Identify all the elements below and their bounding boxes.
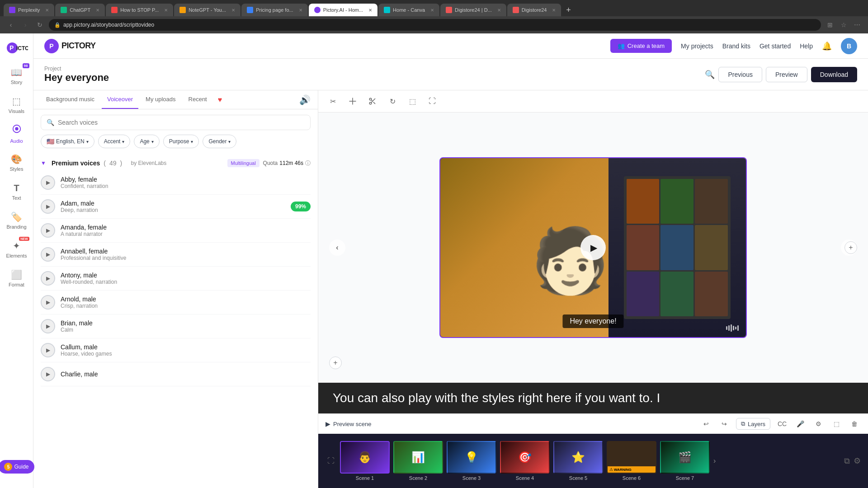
tab-digistore1[interactable]: Digistore24 | D... ✕ [440, 4, 506, 16]
redo-button[interactable]: ↪ [718, 418, 731, 430]
sidebar-item-story[interactable]: 📖 Story 98 [3, 62, 30, 89]
add-scene-left-button[interactable]: + [329, 357, 342, 369]
sidebar-item-branding[interactable]: 🏷️ Branding [3, 207, 30, 234]
tab-perplexity[interactable]: Perplexity ✕ [4, 4, 54, 16]
preview-play-icon: ▶ [326, 420, 330, 427]
play-button-callum[interactable]: ▶ [41, 343, 55, 357]
play-button-antony[interactable]: ▶ [41, 271, 55, 286]
svg-text:P: P [9, 44, 14, 52]
tab-recent[interactable]: Recent [183, 90, 212, 109]
tab-pricing[interactable]: Pricing page fo... ✕ [241, 4, 308, 16]
tab-voiceover[interactable]: Voiceover [102, 90, 138, 109]
forward-button[interactable]: › [20, 19, 31, 30]
sidebar-item-format[interactable]: ⬜ Format [3, 265, 30, 292]
tab-my-uploads[interactable]: My uploads [140, 90, 181, 109]
play-button-amanda[interactable]: ▶ [41, 223, 55, 238]
video-prev-button[interactable]: ‹ [329, 239, 345, 256]
help-link[interactable]: Help [800, 42, 813, 50]
tab-digistore2[interactable]: Digistore24 ✕ [507, 4, 561, 16]
sidebar-item-elements[interactable]: ✦ Elements NEW [3, 236, 30, 263]
delete-icon[interactable]: 🗑 [848, 418, 861, 430]
play-button-annabell[interactable]: ▶ [41, 247, 55, 262]
gender-filter[interactable]: Gender ▾ [203, 135, 236, 148]
tab-pictory[interactable]: Pictory.AI - Hom... ✕ [309, 4, 377, 16]
audio-settings-icon[interactable]: 🔊 [299, 94, 311, 105]
extensions-icon[interactable]: ⊞ [825, 19, 835, 30]
previous-button[interactable]: Previous [718, 67, 762, 82]
settings-icon[interactable]: ⋯ [852, 19, 863, 30]
accent-filter[interactable]: Accent ▾ [98, 135, 131, 148]
search-icon: 🔍 [47, 119, 54, 126]
scene-thumb-6[interactable]: ⚠WARNING Scene 6 [607, 441, 656, 481]
purpose-filter[interactable]: Purpose ▾ [163, 135, 199, 148]
add-scene-right-button[interactable]: + [844, 241, 857, 254]
preview-button[interactable]: Preview [766, 67, 807, 82]
brand-kits-link[interactable]: Brand kits [722, 42, 750, 50]
waveform-icon [726, 324, 741, 333]
create-team-button[interactable]: 👥 Create a team [610, 39, 672, 53]
play-button-brian[interactable]: ▶ [41, 319, 55, 333]
play-button-charlie[interactable]: ▶ [41, 367, 55, 381]
tab-chatgpt[interactable]: ChatGPT ✕ [55, 4, 105, 16]
timeline-layers-icon[interactable]: ⧉ [844, 456, 850, 466]
address-bar[interactable]: 🔒 app.pictory.ai/storyboard/scripttovide… [49, 19, 821, 31]
download-button[interactable]: Download [811, 67, 857, 82]
voice-item-callum: ▶ Callum, male Hoarse, video games [41, 338, 311, 362]
timeline-settings-icon[interactable]: ⚙ [854, 456, 861, 466]
collapse-button[interactable]: ▼ [41, 160, 46, 166]
preview-scene-button[interactable]: ▶ Preview scene [326, 420, 372, 427]
sidebar-item-visuals[interactable]: ⬚ Visuals [3, 91, 30, 118]
caption-icon[interactable]: CC [776, 418, 788, 430]
new-tab-button[interactable]: + [562, 4, 575, 16]
age-filter[interactable]: Age ▾ [134, 135, 159, 148]
scene-thumb-4[interactable]: 🎯 Scene 4 [500, 441, 550, 481]
scissors-tool[interactable] [365, 94, 380, 108]
expand-tool[interactable]: ⛶ [425, 94, 439, 108]
play-button-arnold[interactable]: ▶ [41, 295, 55, 310]
favorites-heart-icon[interactable]: ♥ [218, 96, 222, 104]
play-button-adam[interactable]: ▶ [41, 199, 55, 214]
tab-canva[interactable]: Home - Canva ✕ [378, 4, 439, 16]
video-toolbar: ✂ ↻ ⬚ ⛶ [318, 90, 868, 113]
scene-thumb-1[interactable]: 👨 Scene 1 [340, 441, 390, 481]
microphone-icon[interactable]: 🎤 [794, 418, 807, 430]
guide-button[interactable]: 5 Guide [0, 460, 34, 474]
language-filter[interactable]: 🇺🇸 English, EN ▾ [41, 135, 94, 148]
layers-button[interactable]: ⧉ Layers [736, 418, 770, 430]
sidebar-item-audio[interactable]: Audio [3, 120, 30, 147]
purpose-chevron-icon: ▾ [191, 139, 193, 144]
pictory-logo[interactable]: P PICTORY [44, 39, 96, 53]
search-button[interactable]: 🔍 [705, 70, 715, 80]
scene-thumb-2[interactable]: 📊 Scene 2 [393, 441, 443, 481]
get-started-link[interactable]: Get started [760, 42, 791, 50]
undo-button[interactable]: ↩ [700, 418, 712, 430]
timeline-expand-icon[interactable]: ⛶ [327, 457, 335, 465]
scene-thumb-3[interactable]: 💡 Scene 3 [447, 441, 496, 481]
sidebar-item-text[interactable]: T Text [3, 178, 30, 205]
quota-info: Quota 112m 46s ⓘ [263, 160, 311, 167]
my-projects-link[interactable]: My projects [681, 42, 713, 50]
scene-thumb-5[interactable]: ⭐ Scene 5 [553, 441, 603, 481]
play-button-abby[interactable]: ▶ [41, 175, 55, 190]
search-input[interactable] [58, 119, 305, 126]
bookmark-icon[interactable]: ☆ [838, 19, 849, 30]
quota-info-icon[interactable]: ⓘ [305, 160, 311, 167]
copy-tool[interactable]: ⬚ [405, 94, 420, 108]
cut-tool[interactable]: ✂ [326, 94, 340, 108]
sidebar-logo[interactable]: P ICTORY [3, 39, 30, 57]
scene-thumb-7[interactable]: 🎬 Scene 7 [660, 441, 710, 481]
tab-notegpt[interactable]: NoteGPT - You... ✕ [174, 4, 241, 16]
video-play-button[interactable]: ▶ [580, 235, 606, 260]
rotate-tool[interactable]: ↻ [385, 94, 400, 108]
avatar[interactable]: B [841, 38, 857, 54]
sidebar-item-styles[interactable]: 🎨 Styles [3, 149, 30, 176]
refresh-button[interactable]: ↻ [34, 19, 45, 30]
back-button[interactable]: ‹ [5, 19, 16, 30]
tab-background-music[interactable]: Background music [41, 90, 100, 109]
bell-icon[interactable]: 🔔 [822, 41, 832, 51]
trim-tool[interactable] [345, 94, 360, 108]
scene-settings-icon[interactable]: ⚙ [812, 418, 825, 430]
tab-howtostop[interactable]: How to STOP P... ✕ [106, 4, 173, 16]
voice-item-abby: ▶ Abby, female Confident, narration [41, 171, 311, 195]
duplicate-icon[interactable]: ⬚ [830, 418, 843, 430]
